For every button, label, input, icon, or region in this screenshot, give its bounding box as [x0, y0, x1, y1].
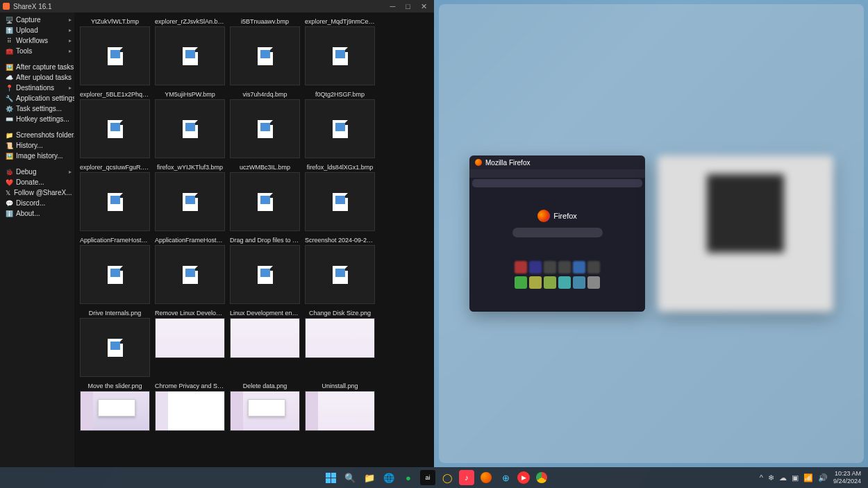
thumb-item[interactable]: Delete data.png [230, 381, 300, 431]
menu-about[interactable]: ℹ️About... [0, 208, 74, 219]
snap-window-other[interactable] [658, 155, 833, 312]
start-button[interactable] [323, 470, 338, 485]
bmp-file-icon [108, 47, 123, 65]
thumb-item[interactable]: vis7uh4rdq.bmp [230, 90, 300, 158]
spotify-icon[interactable]: ● [401, 470, 416, 485]
app-icon[interactable]: ⊕ [498, 470, 513, 485]
tray-settings-icon[interactable]: ❄ [768, 473, 774, 482]
bmp-file-icon [333, 266, 348, 284]
tray-wifi-icon[interactable]: 📶 [803, 473, 813, 482]
thumb-item[interactable]: firefox_lds84lXGx1.bmp [305, 162, 375, 231]
thumb-item[interactable]: Drag and Drop files to Goo... [230, 235, 300, 304]
thumb-item[interactable]: Drive Internals.png [80, 308, 150, 377]
menu-capture[interactable]: 🖥️Capture▸ [0, 15, 74, 25]
menu-tools[interactable]: 🧰Tools▸ [0, 46, 74, 56]
titlebar[interactable]: ShareX 16.1 ─ □ ✕ [0, 0, 434, 12]
menu-destinations[interactable]: 📍Destinations▸ [0, 83, 74, 93]
screenshot-preview [305, 318, 375, 358]
after-capture-icon: 🖼️ [6, 64, 12, 71]
explorer-icon[interactable]: 📁 [362, 470, 377, 485]
menu-donate[interactable]: ❤️Donate... [0, 177, 74, 187]
menu-debug[interactable]: 🐞Debug▸ [0, 167, 74, 177]
tools-icon: 🧰 [6, 48, 12, 55]
tray-onedrive-icon[interactable]: ☁ [779, 473, 787, 482]
folder-icon: 📁 [6, 132, 12, 139]
thumb-item[interactable]: firefox_wYIJKTluf3.bmp [155, 162, 225, 231]
thumb-item[interactable]: Linux Development enviro... [230, 308, 300, 377]
thumbnail-grid: YtZukVlWLT.bmp explorer_rZJsvkSlAn.bmp i… [74, 12, 434, 467]
chevron-right-icon: ▸ [69, 169, 72, 175]
workflows-icon: ⠿ [6, 37, 12, 44]
thumb-item[interactable]: explorer_5BLE1x2Phq.bmp [80, 90, 150, 158]
app-icon[interactable]: ai [420, 470, 435, 485]
thumb-item[interactable]: Move the slider.png [80, 381, 150, 431]
bug-icon: 🐞 [6, 169, 12, 176]
menu-image-history[interactable]: 🖼️Image history... [0, 151, 74, 161]
app-icon[interactable]: ▶ [517, 471, 530, 484]
bmp-file-icon [108, 266, 123, 284]
bmp-file-icon [333, 47, 348, 65]
snap-window-firefox[interactable]: Mozilla Firefox Firefox [469, 155, 645, 312]
screenshot-preview [155, 391, 225, 431]
chevron-right-icon: ▸ [69, 85, 72, 91]
menu-hotkey-settings[interactable]: ⌨️Hotkey settings... [0, 114, 74, 124]
menu-discord[interactable]: 💬Discord... [0, 198, 74, 208]
maximize-button[interactable]: □ [406, 2, 410, 11]
sharex-window: ShareX 16.1 ─ □ ✕ 🖥️Capture▸ ⬆️Upload▸ ⠿… [0, 0, 434, 467]
menu-screenshots-folder[interactable]: 📁Screenshots folder... [0, 130, 74, 140]
thumb-item[interactable]: Change Disk Size.png [305, 308, 375, 377]
thumb-item[interactable]: explorer_rZJsvkSlAn.bmp [155, 17, 225, 85]
thumb-item[interactable]: ApplicationFrameHost_Kd... [155, 235, 225, 304]
discord-icon: 💬 [6, 200, 12, 207]
firefox-task-icon[interactable] [478, 470, 494, 485]
bmp-file-icon [333, 120, 348, 138]
edge-icon[interactable]: 🌐 [381, 470, 397, 485]
thumb-item[interactable]: explorer_MqdTj9nmCe.bmp [305, 17, 375, 85]
screenshot-preview [230, 391, 300, 431]
minimize-button[interactable]: ─ [390, 2, 396, 11]
menu-history[interactable]: 📜History... [0, 140, 74, 151]
upload-icon: ⬆️ [6, 27, 12, 34]
window-controls: ─ □ ✕ [390, 2, 431, 11]
clock[interactable]: 10:23 AM 9/24/2024 [833, 470, 861, 485]
app-icon[interactable]: ◯ [440, 470, 455, 485]
screenshot-preview [155, 318, 225, 358]
thumb-item[interactable]: Screenshot 2024-09-21 12... [305, 235, 375, 304]
search-button[interactable]: 🔍 [342, 470, 358, 485]
thumb-item[interactable]: YtZukVlWLT.bmp [80, 17, 150, 85]
chrome-icon[interactable] [534, 470, 549, 485]
menu-task-settings[interactable]: ⚙️Task settings... [0, 103, 74, 114]
bmp-file-icon [108, 120, 123, 138]
taskbar: 🔍 📁 🌐 ● ai ◯ ♪ ⊕ ▶ ^ ❄ ☁ ▣ 📶 🔊 10:23 AM … [0, 467, 868, 488]
png-file-icon [108, 339, 123, 357]
bmp-file-icon [333, 193, 348, 211]
menu-after-upload[interactable]: ☁️After upload tasks▸ [0, 72, 74, 83]
chevron-right-icon: ▸ [69, 48, 72, 54]
thumb-item[interactable]: Uninstall.png [305, 381, 375, 431]
bmp-file-icon [258, 120, 273, 138]
menu-workflows[interactable]: ⠿Workflows▸ [0, 35, 74, 46]
menu-follow[interactable]: 𝕏Follow @ShareX... [0, 187, 74, 198]
thumb-item[interactable]: YM5ujiHsPW.bmp [155, 90, 225, 158]
thumb-item[interactable]: explorer_qcsIuwFguR.bmp [80, 162, 150, 231]
tray-volume-icon[interactable]: 🔊 [818, 473, 828, 482]
thumb-item[interactable]: Chrome Privacy and Securi... [155, 381, 225, 431]
menu-app-settings[interactable]: 🔧Application settings... [0, 93, 74, 103]
x-icon: 𝕏 [6, 190, 10, 196]
thumb-item[interactable]: f0Qtg2HSGF.bmp [305, 90, 375, 158]
thumb-item[interactable]: ApplicationFrameHost_Gc... [80, 235, 150, 304]
tray-chevron-icon[interactable]: ^ [760, 473, 763, 482]
bmp-file-icon [183, 47, 198, 65]
firefox-icon [475, 159, 482, 166]
tray-app-icon[interactable]: ▣ [792, 473, 799, 482]
snap-window-title: Mozilla Firefox [469, 155, 645, 169]
thumb-item[interactable]: uczWMBc3IL.bmp [230, 162, 300, 231]
window-title: ShareX 16.1 [13, 3, 52, 10]
thumb-item[interactable]: Remove Linux Developme... [155, 308, 225, 377]
menu-upload[interactable]: ⬆️Upload▸ [0, 25, 74, 35]
capture-icon: 🖥️ [6, 17, 12, 24]
music-icon[interactable]: ♪ [459, 470, 474, 485]
menu-after-capture[interactable]: 🖼️After capture tasks▸ [0, 62, 74, 72]
close-button[interactable]: ✕ [421, 2, 427, 11]
thumb-item[interactable]: i5BTnuaawv.bmp [230, 17, 300, 85]
